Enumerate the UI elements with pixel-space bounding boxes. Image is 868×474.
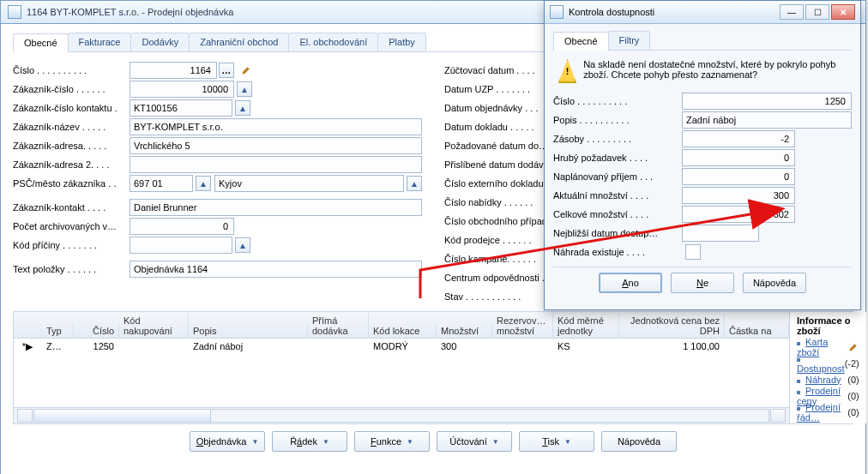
dlg-tab-filtry[interactable]: Filtry: [608, 31, 651, 50]
scroll-thumb[interactable]: [34, 410, 211, 422]
fld-zak-nazev[interactable]: BYT-KOMPLET s.r.o.: [130, 118, 422, 135]
lbl-psc: PSČ/město zákazníka . .: [13, 178, 130, 189]
fld-mesto[interactable]: Kyjov: [214, 175, 404, 192]
col-lok[interactable]: Kód lokace: [369, 324, 437, 338]
dialog-icon: [550, 5, 564, 19]
col-prima[interactable]: Přímá dodávka: [308, 314, 369, 338]
dlg-lbl-nejbliz: Nejbližší datum dostup…: [553, 228, 682, 238]
dialog-message: Na skladě není dostatečné množství, kter…: [553, 56, 852, 92]
edit-icon[interactable]: [239, 63, 253, 77]
cell-cena[interactable]: 1 100,00: [619, 341, 725, 351]
fld-zak-adresa2[interactable]: [130, 156, 422, 173]
col-typ[interactable]: Typ: [42, 324, 74, 338]
close-icon[interactable]: ✕: [831, 4, 855, 20]
dlg-fld-zasoby[interactable]: -2: [682, 130, 795, 147]
dlg-fld-aktual[interactable]: 300: [682, 187, 795, 204]
cell-lok[interactable]: MODRÝ: [369, 341, 437, 351]
dlg-tab-obecne[interactable]: Obecné: [553, 32, 609, 51]
tab-fakturace[interactable]: Fakturace: [68, 33, 132, 51]
col-popis[interactable]: Popis: [189, 324, 308, 338]
btn-tisk[interactable]: Tisk▼: [519, 431, 594, 452]
btn-objednavka[interactable]: Objednávka▼: [190, 431, 265, 452]
cell-popis[interactable]: Zadní náboj: [189, 341, 308, 351]
fld-cislo[interactable]: 1164: [130, 62, 217, 79]
fld-psc[interactable]: 697 01: [130, 175, 193, 192]
col-castka[interactable]: Částka na: [725, 324, 789, 338]
dlg-fld-nejbliz[interactable]: [682, 225, 759, 242]
dlg-chk-nahrada[interactable]: [685, 244, 701, 260]
dlg-fld-naplan[interactable]: 0: [682, 168, 795, 185]
app-icon: [8, 5, 21, 19]
btn-uctovani[interactable]: Účtování▼: [437, 431, 512, 452]
fld-zak-adresa[interactable]: Vrchlického 5: [130, 137, 422, 154]
grid-body[interactable]: *▶ Z… 1250 Zadní náboj MODRÝ 300 KS 1 10…: [14, 339, 789, 407]
form-col-left: Číslo . . . . . . . . . . 1164 … Zákazní…: [13, 61, 422, 306]
btn-ano[interactable]: Ano: [599, 273, 662, 293]
cell-typ[interactable]: Z…: [42, 341, 74, 351]
availability-dialog: Kontrola dostupnosti — ☐ ✕ Obecné Filtry…: [544, 0, 861, 310]
dlg-lbl-aktual: Aktuální množství . . . .: [553, 190, 682, 201]
lbl-zak-kontakt-cislo: Zákazník-číslo kontaktu .: [13, 103, 130, 113]
dlg-fld-cislo[interactable]: 1250: [682, 93, 852, 110]
col-mn[interactable]: Množství: [437, 324, 492, 338]
btn-dlg-napoveda[interactable]: Nápověda: [743, 273, 806, 293]
cell-cislo[interactable]: 1250: [74, 341, 119, 351]
dlg-lbl-cislo: Číslo . . . . . . . . . .: [553, 96, 682, 106]
edit-karta-icon[interactable]: [847, 340, 859, 354]
scroll-track[interactable]: [33, 409, 769, 423]
tab-zahranicni[interactable]: Zahraniční obchod: [189, 33, 289, 51]
lookup-zak-cislo-icon[interactable]: ▲: [237, 81, 252, 97]
fld-zk-kontakt[interactable]: Daniel Brunner: [130, 199, 422, 216]
col-cislo[interactable]: Číslo: [74, 324, 119, 338]
btn-funkce[interactable]: Funkce▼: [354, 431, 430, 452]
cell-mn[interactable]: 300: [437, 341, 492, 351]
link-prad[interactable]: Prodejní řád…: [797, 402, 841, 423]
dlg-fld-hruby[interactable]: 0: [682, 149, 795, 166]
scroll-left-icon[interactable]: [17, 409, 33, 423]
grid-hscrollbar[interactable]: [14, 407, 789, 423]
fld-kodpric[interactable]: [130, 237, 232, 254]
lookup-mesto-icon[interactable]: ▲: [407, 176, 422, 191]
maximize-icon[interactable]: ☐: [805, 4, 829, 20]
tab-dodavky[interactable]: Dodávky: [130, 33, 190, 51]
btn-ne[interactable]: Ne: [671, 273, 734, 293]
col-merna[interactable]: Kód měrné jednotky: [553, 314, 619, 338]
dlg-fld-popis[interactable]: Zadní náboj: [682, 111, 852, 129]
tab-obecne[interactable]: Obecné: [13, 33, 69, 52]
tab-elobchod[interactable]: El. obchodování: [288, 33, 378, 51]
col-rez[interactable]: Rezervov… množství: [492, 314, 553, 338]
btn-radek[interactable]: Řádek▼: [272, 431, 347, 452]
val-prad: (0): [847, 407, 859, 417]
dlg-fld-celk[interactable]: -302: [682, 206, 795, 223]
lookup-psc-icon[interactable]: ▲: [196, 176, 211, 191]
warning-icon: [558, 59, 576, 83]
val-nahrady: (0): [847, 375, 859, 385]
lookup-cislo-icon[interactable]: …: [219, 63, 234, 78]
lbl-zak-nazev: Zákazník-název . . . . .: [13, 122, 130, 132]
lbl-zk-kontakt: Zákazník-kontakt . . . .: [13, 202, 130, 213]
fld-text[interactable]: Objednávka 1164: [130, 261, 422, 278]
minimize-icon[interactable]: —: [780, 4, 804, 20]
scroll-right-icon[interactable]: [770, 409, 786, 423]
grid-header: Typ Číslo Kód nakupování Popis Přímá dod…: [14, 312, 789, 339]
tab-platby[interactable]: Platby: [377, 33, 426, 51]
link-nahrady[interactable]: Náhrady: [805, 375, 841, 385]
lbl-zak-adresa2: Zákazník-adresa 2. . . .: [13, 159, 130, 170]
table-row[interactable]: *▶ Z… 1250 Zadní náboj MODRÝ 300 KS 1 10…: [14, 339, 789, 354]
lookup-kodpric-icon[interactable]: ▲: [235, 237, 250, 253]
col-cena[interactable]: Jednotková cena bez DPH: [619, 314, 725, 338]
fld-zak-kontakt-cislo[interactable]: KT100156: [130, 99, 232, 117]
dialog-titlebar[interactable]: Kontrola dostupnosti — ☐ ✕: [545, 1, 860, 24]
fld-archiv[interactable]: 0: [130, 218, 234, 235]
dlg-lbl-nahrada: Náhrada existuje . . . .: [553, 247, 682, 257]
dlg-lbl-zasoby: Zásoby . . . . . . . . .: [553, 134, 682, 144]
lookup-zak-kontakt-icon[interactable]: ▲: [235, 100, 250, 116]
chevron-down-icon: ▼: [251, 438, 258, 446]
lbl-zak-adresa: Zákazník-adresa. . . . .: [13, 141, 130, 151]
btn-napoveda[interactable]: Nápověda: [601, 431, 677, 452]
dialog-buttons: Ano Ne Nápověda: [553, 267, 852, 298]
col-kodnak[interactable]: Kód nakupování: [119, 314, 189, 338]
fld-zak-cislo[interactable]: 10000: [130, 81, 234, 98]
bottom-toolbar: Objednávka▼ Řádek▼ Funkce▼ Účtování▼ Tis…: [13, 424, 853, 452]
cell-merna[interactable]: KS: [553, 341, 619, 351]
